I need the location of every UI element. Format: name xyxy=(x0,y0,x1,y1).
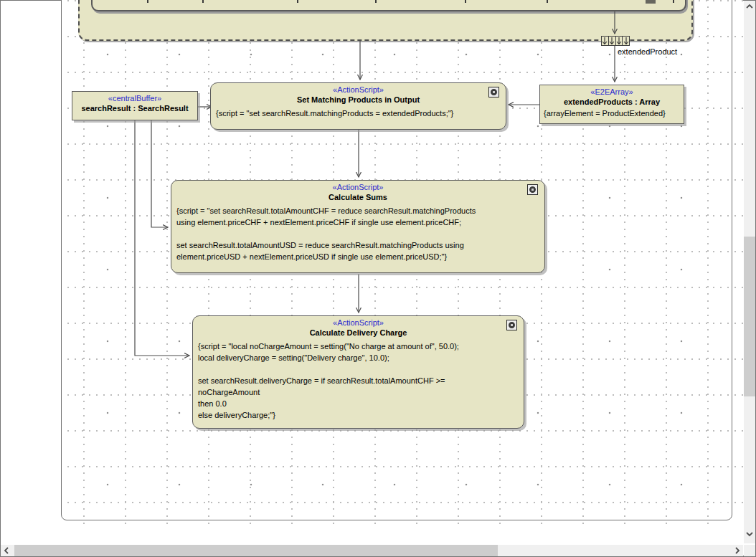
script-text: {script = "set searchResult.totalAmountC… xyxy=(171,203,544,262)
node-name: Calculate Sums xyxy=(171,192,544,203)
down-arrow-icon xyxy=(622,37,629,45)
node-name: extendedProducts : Array xyxy=(540,97,684,108)
vertical-scrollbar[interactable] xyxy=(744,1,755,543)
chevron-down-icon xyxy=(745,531,754,537)
stereotype-label: «E2EArray» xyxy=(540,85,684,97)
action-calculate-delivery-charge[interactable]: «ActionScript» Calculate Delivery Charge… xyxy=(192,315,524,429)
stereotype-label: «ActionScript» xyxy=(211,83,506,95)
pin-label-extended-product: extendedProduct xyxy=(618,47,677,56)
node-name: searchResult : SearchResult xyxy=(72,103,197,114)
node-name: Calculate Delivery Charge xyxy=(193,328,524,338)
behavior-gear-icon xyxy=(488,87,499,97)
node-name: Set Matching Products in Output xyxy=(211,95,506,105)
stereotype-label: «ActionScript» xyxy=(193,316,524,328)
horizontal-scrollbar[interactable] xyxy=(1,545,743,556)
central-buffer-node[interactable]: «centralBuffer» searchResult : SearchRes… xyxy=(72,91,198,120)
chevron-up-icon xyxy=(745,4,754,9)
vertical-scrollbar-thumb[interactable] xyxy=(744,237,755,396)
script-line: set searchResult.deliveryCharge = if sea… xyxy=(198,375,519,386)
script-line: then 0.0 xyxy=(198,398,519,409)
script-line xyxy=(198,363,519,375)
e2e-array-node[interactable]: «E2EArray» extendedProducts : Array {arr… xyxy=(539,85,684,124)
action-calculate-sums[interactable]: «ActionScript» Calculate Sums {script = … xyxy=(171,180,545,273)
behavior-gear-icon xyxy=(527,184,538,195)
action-set-matching-products[interactable]: «ActionScript» Set Matching Products in … xyxy=(210,82,506,130)
diagram-window: extendedProduct «centralBuffer» searchRe… xyxy=(0,0,756,557)
scrollbar-corner xyxy=(744,545,755,556)
down-arrow-icon xyxy=(602,37,608,45)
script-text: {script = "set searchResult.matchingProd… xyxy=(211,105,506,119)
script-line: set searchResult.totalAmountUSD = reduce… xyxy=(176,239,539,251)
stereotype-label: «ActionScript» xyxy=(171,181,544,192)
script-line: {script = "set searchResult.totalAmountC… xyxy=(176,205,539,216)
node-constraint: {arrayElement = ProductExtended} xyxy=(540,108,684,120)
scroll-right-button[interactable] xyxy=(732,545,743,556)
horizontal-scrollbar-thumb[interactable] xyxy=(14,545,498,556)
script-line: noChargeAmount xyxy=(198,386,519,398)
scroll-down-button[interactable] xyxy=(744,528,755,540)
chevron-left-icon xyxy=(4,546,9,555)
script-line: local deliveryCharge = setting("Delivery… xyxy=(198,352,519,363)
scroll-up-button[interactable] xyxy=(744,1,755,12)
down-arrow-icon xyxy=(615,37,623,45)
script-text: {script = "local noChargeAmount = settin… xyxy=(193,338,524,421)
chevron-right-icon xyxy=(734,546,740,555)
script-line: using element.priceCHF + nextElement.pri… xyxy=(176,216,539,228)
script-line: {script = "set searchResult.matchingProd… xyxy=(216,108,501,119)
script-line: element.priceUSD + nextElement.priceUSD … xyxy=(176,251,539,262)
script-line xyxy=(176,228,539,239)
script-line: {script = "local noChargeAmount = settin… xyxy=(198,341,519,352)
expansion-node[interactable] xyxy=(601,36,630,46)
down-arrow-icon xyxy=(608,37,615,45)
script-line: else deliveryCharge;"} xyxy=(198,409,519,421)
stereotype-label: «centralBuffer» xyxy=(72,92,197,103)
behavior-gear-icon xyxy=(506,320,517,330)
scroll-left-button[interactable] xyxy=(1,545,12,556)
structured-activity-node[interactable] xyxy=(91,0,686,11)
